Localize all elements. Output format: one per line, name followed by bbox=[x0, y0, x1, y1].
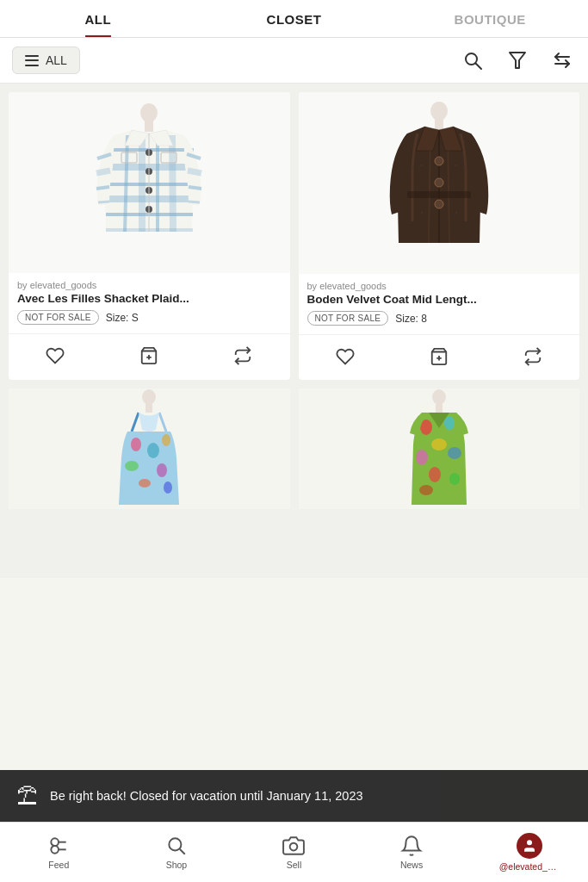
velvet-coat-illustration bbox=[383, 101, 495, 269]
dress-illustration-2 bbox=[396, 388, 482, 509]
size-1: Size: S bbox=[106, 312, 139, 324]
filter-all-label: ALL bbox=[46, 53, 67, 67]
product-actions-1 bbox=[9, 333, 290, 379]
tab-all[interactable]: ALL bbox=[0, 0, 196, 37]
nav-item-shop[interactable]: Shop bbox=[118, 823, 236, 882]
svg-point-76 bbox=[290, 843, 298, 851]
filter-icon bbox=[507, 50, 528, 71]
product-meta-1: NOT FOR SALE Size: S bbox=[17, 310, 282, 325]
svg-point-69 bbox=[419, 485, 433, 495]
like-button-2[interactable] bbox=[331, 342, 360, 371]
sort-icon bbox=[552, 50, 573, 71]
shop-search-icon bbox=[165, 835, 188, 857]
svg-line-16 bbox=[172, 135, 173, 232]
svg-point-70 bbox=[52, 838, 59, 846]
svg-point-68 bbox=[449, 473, 460, 485]
product-image-2 bbox=[299, 92, 580, 274]
tab-boutique[interactable]: BOUTIQUE bbox=[392, 0, 588, 37]
bottom-nav: Feed Shop Sell News @elevated_ bbox=[0, 822, 588, 882]
svg-point-66 bbox=[448, 447, 461, 459]
vacation-message: Be right back! Closed for vacation until… bbox=[50, 789, 363, 803]
svg-point-38 bbox=[435, 157, 443, 165]
svg-point-39 bbox=[435, 178, 443, 187]
search-icon bbox=[462, 50, 483, 71]
svg-point-55 bbox=[162, 434, 170, 446]
partial-card-right[interactable] bbox=[299, 388, 580, 509]
seller-name-2: by elevated_goods bbox=[307, 281, 572, 291]
svg-point-58 bbox=[139, 479, 151, 488]
svg-point-74 bbox=[169, 838, 181, 850]
camera-icon bbox=[282, 835, 305, 857]
partial-product-row bbox=[0, 388, 588, 578]
svg-point-64 bbox=[431, 438, 447, 450]
filter-all-button[interactable]: ALL bbox=[12, 47, 80, 74]
person-icon bbox=[522, 838, 537, 854]
sort-button[interactable] bbox=[548, 47, 576, 74]
heart-icon-2 bbox=[336, 347, 355, 366]
svg-point-45 bbox=[455, 212, 457, 214]
svg-point-65 bbox=[416, 450, 428, 465]
nav-item-news[interactable]: News bbox=[353, 823, 471, 882]
partial-image-right bbox=[299, 388, 580, 509]
svg-rect-61 bbox=[436, 404, 443, 413]
nav-item-feed[interactable]: Feed bbox=[0, 823, 118, 882]
svg-point-53 bbox=[131, 438, 141, 451]
search-button[interactable] bbox=[459, 47, 486, 74]
product-actions-2 bbox=[299, 334, 580, 380]
nav-label-news: News bbox=[400, 860, 423, 870]
filter-icons-group bbox=[459, 47, 576, 74]
add-to-bag-button-1[interactable] bbox=[134, 341, 164, 370]
plaid-jacket-illustration bbox=[89, 102, 209, 266]
bag-plus-icon-2 bbox=[430, 347, 449, 366]
product-card-1[interactable]: by elevated_goods Avec Les Filles Shacke… bbox=[9, 92, 290, 380]
tab-closet[interactable]: CLOSET bbox=[196, 0, 393, 37]
svg-line-20 bbox=[98, 202, 109, 202]
svg-point-42 bbox=[421, 165, 423, 166]
svg-line-18 bbox=[96, 171, 110, 173]
svg-point-44 bbox=[421, 212, 423, 214]
size-2: Size: 8 bbox=[395, 313, 427, 325]
product-grid: by elevated_goods Avec Les Filles Shacke… bbox=[0, 84, 588, 388]
svg-point-57 bbox=[157, 463, 167, 477]
svg-point-5 bbox=[140, 103, 158, 122]
svg-point-43 bbox=[455, 165, 457, 166]
partial-card-left[interactable] bbox=[9, 388, 290, 509]
partial-image-left bbox=[9, 388, 290, 509]
svg-line-19 bbox=[96, 187, 109, 189]
svg-line-51 bbox=[132, 413, 139, 432]
like-button-1[interactable] bbox=[40, 341, 70, 370]
svg-point-35 bbox=[430, 102, 448, 121]
svg-rect-36 bbox=[435, 120, 443, 130]
add-to-bag-button-2[interactable] bbox=[424, 342, 454, 371]
product-card-2[interactable]: by elevated_goods Boden Velvet Coat Mid … bbox=[299, 92, 580, 380]
svg-line-75 bbox=[180, 849, 185, 854]
filter-button[interactable] bbox=[504, 47, 531, 74]
nav-label-feed: Feed bbox=[48, 860, 69, 870]
hamburger-icon bbox=[25, 55, 39, 66]
svg-line-23 bbox=[189, 187, 201, 189]
dress-illustration-1 bbox=[106, 388, 192, 509]
svg-point-60 bbox=[432, 389, 446, 405]
feed-icon bbox=[47, 835, 70, 857]
svg-rect-6 bbox=[145, 121, 153, 132]
svg-point-54 bbox=[147, 443, 159, 458]
share-icon-1 bbox=[233, 346, 252, 365]
profile-avatar bbox=[517, 833, 542, 859]
share-button-2[interactable] bbox=[518, 342, 548, 371]
svg-line-24 bbox=[189, 202, 200, 202]
svg-point-72 bbox=[52, 846, 59, 854]
bag-plus-icon-1 bbox=[139, 346, 158, 365]
svg-rect-41 bbox=[407, 191, 471, 198]
product-title-2: Boden Velvet Coat Mid Lengt... bbox=[307, 293, 572, 306]
nav-item-profile[interactable]: @elevated_goo bbox=[470, 823, 588, 882]
svg-point-56 bbox=[125, 461, 139, 471]
share-button-1[interactable] bbox=[228, 341, 257, 370]
nav-item-sell[interactable]: Sell bbox=[235, 823, 353, 882]
svg-point-40 bbox=[435, 200, 443, 208]
nav-label-sell: Sell bbox=[287, 860, 302, 870]
beach-umbrella-icon: ⛱ bbox=[17, 784, 38, 808]
svg-line-52 bbox=[159, 413, 166, 432]
svg-rect-50 bbox=[145, 404, 152, 413]
share-icon-2 bbox=[523, 347, 542, 366]
svg-point-49 bbox=[142, 389, 156, 405]
